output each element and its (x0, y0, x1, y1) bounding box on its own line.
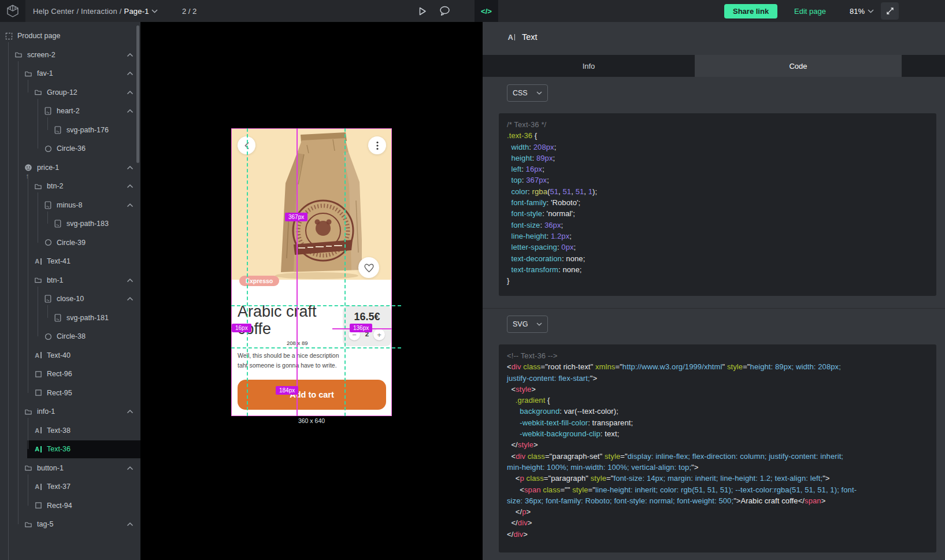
comment-button[interactable] (433, 0, 455, 22)
tree-item-price-1[interactable]: price-1 (0, 158, 140, 177)
play-button[interactable] (412, 0, 433, 22)
tree-item-screen-2[interactable]: screen-2 (0, 46, 140, 65)
tree-item-btn-1[interactable]: btn-1 (0, 271, 140, 290)
tree-item-text-41[interactable]: AText-41 (0, 252, 140, 271)
svg-icon (54, 126, 62, 134)
tree-item-rect-96[interactable]: Rect-96 (0, 365, 140, 384)
play-icon (418, 6, 427, 16)
tree-item-info-1[interactable]: info-1 (0, 402, 140, 421)
tree-item-rect-95[interactable]: Rect-95 (0, 384, 140, 403)
svg-code-block[interactable]: <!-- Text-36 --><div class="root rich-te… (499, 344, 936, 552)
tree-item-svg-path-181[interactable]: svg-path-181 (0, 309, 140, 328)
favorite-button[interactable] (358, 257, 379, 278)
tree-item-circle-36[interactable]: Circle-36 (0, 139, 140, 158)
tree-item-text-37[interactable]: AText-37 (0, 477, 140, 496)
tree-connector-line (8, 42, 9, 560)
code-line: .text-36 { (507, 131, 928, 142)
code-line: <!-- Text-36 --> (507, 351, 928, 362)
tree-item-label: Rect-95 (47, 389, 72, 397)
breadcrumb-page-name: Page-1 (124, 7, 149, 16)
page-indicator: 2 / 2 (182, 0, 197, 22)
collapse-chevron-icon[interactable] (127, 201, 134, 209)
guide-vertical-magenta (297, 128, 298, 416)
collapse-chevron-icon[interactable] (127, 276, 134, 284)
tree-connector-line (47, 117, 48, 130)
tree-connector-line (18, 61, 18, 525)
tree-item-button-1[interactable]: button-1 (0, 459, 140, 478)
text-layer-icon: A (507, 32, 516, 42)
product-title[interactable]: Arabic craft coffe (238, 303, 333, 338)
device-frame[interactable]: Expresso Arabic craft coffe 208 x 89 16.… (231, 128, 392, 416)
collapse-chevron-icon[interactable] (127, 182, 134, 190)
svg-icon (44, 107, 52, 115)
tree-item-circle-38[interactable]: Circle-38 (0, 327, 140, 346)
circle-icon (44, 332, 52, 340)
comment-bubble-icon (439, 6, 450, 16)
more-menu-button[interactable] (368, 136, 386, 154)
collapse-chevron-icon[interactable] (127, 69, 134, 77)
tree-item-product page[interactable]: Product page (0, 27, 140, 46)
tree-item-rect-94[interactable]: Rect-94 (0, 496, 140, 516)
tree-item-circle-39[interactable]: Circle-39 (0, 233, 140, 253)
collapse-chevron-icon[interactable] (127, 164, 134, 172)
coffee-bag-image (264, 131, 362, 280)
svg-format-dropdown[interactable]: SVG (507, 316, 548, 333)
rect-icon (34, 502, 42, 510)
collapse-chevron-icon[interactable] (127, 88, 134, 97)
tree-connector-line (28, 80, 28, 92)
code-icon: </> (481, 7, 492, 16)
code-line: text-decoration: none; (507, 254, 928, 265)
tree-connector-line (28, 474, 28, 506)
tree-item-heart-2[interactable]: heart-2 (0, 102, 140, 121)
rect-icon (34, 389, 42, 397)
guide-vertical-teal-right (344, 128, 346, 416)
sidebar-scrollbar[interactable] (136, 25, 139, 163)
fullscreen-button[interactable] (881, 2, 899, 20)
text-icon: A (34, 427, 42, 435)
tab-code[interactable]: Code (695, 55, 902, 77)
category-tag[interactable]: Expresso (239, 276, 279, 286)
code-line: </div> (507, 518, 928, 529)
css-format-dropdown[interactable]: CSS (507, 84, 548, 102)
add-to-cart-button[interactable]: Add to cart (238, 380, 386, 410)
tree-item-label: btn-1 (47, 276, 64, 284)
tab-info[interactable]: Info (483, 55, 695, 77)
tree-item-svg-path-176[interactable]: svg-path-176 (0, 121, 140, 140)
collapse-chevron-icon[interactable] (127, 464, 134, 472)
css-code-block[interactable]: /* Text-36 */.text-36 { width: 208px; he… (499, 113, 936, 296)
collapse-chevron-icon[interactable] (127, 295, 134, 303)
code-line: </p> (507, 507, 928, 518)
measurement-label-left: 16px (232, 324, 251, 332)
tree-item-group-12[interactable]: Group-12 (0, 83, 140, 102)
tree-item-fav-1[interactable]: fav-1 (0, 64, 140, 83)
zoom-control[interactable]: 81% (850, 0, 874, 22)
heart-icon (364, 263, 375, 273)
collapse-chevron-icon[interactable] (127, 520, 134, 528)
price-value: 16.5€ (343, 311, 391, 323)
tree-item-svg-path-183[interactable]: svg-path-183 (0, 214, 140, 233)
tree-item-tag-5[interactable]: tag-5 (0, 515, 140, 534)
code-view-button[interactable]: </> (475, 0, 498, 22)
collapse-chevron-icon[interactable] (127, 107, 134, 115)
layers-tree: Product pagescreen-2fav-1Group-12heart-2… (0, 22, 140, 560)
tree-item-text-36[interactable]: AText-36 (0, 440, 140, 459)
tree-item-text-38[interactable]: AText-38 (0, 421, 140, 440)
breadcrumb[interactable]: Help Center / Interaction / Page-1 (33, 0, 158, 22)
tree-item-minus-8[interactable]: minus-8 (0, 196, 140, 215)
code-line: .gradient { (507, 396, 928, 407)
quantity-plus-button[interactable]: + (373, 329, 385, 340)
canvas[interactable]: Expresso Arabic craft coffe 208 x 89 16.… (140, 22, 483, 560)
measurement-label-top: 367px (285, 213, 307, 221)
tree-item-text-40[interactable]: AText-40 (0, 346, 140, 365)
share-link-button[interactable]: Share link (724, 4, 777, 18)
collapse-chevron-icon[interactable] (127, 407, 134, 416)
app-logo[interactable] (0, 0, 25, 22)
folder-icon (24, 407, 32, 416)
tree-item-btn-2[interactable]: btn-2 (0, 177, 140, 196)
collapse-chevron-icon[interactable] (127, 51, 134, 59)
code-line: letter-spacing: 0px; (507, 243, 928, 254)
tree-item-close-10[interactable]: close-10 (0, 290, 140, 309)
edit-page-link[interactable]: Edit page (794, 0, 826, 22)
product-title-line2: coffe (238, 320, 333, 338)
code-line: height: 89px; (507, 154, 928, 165)
